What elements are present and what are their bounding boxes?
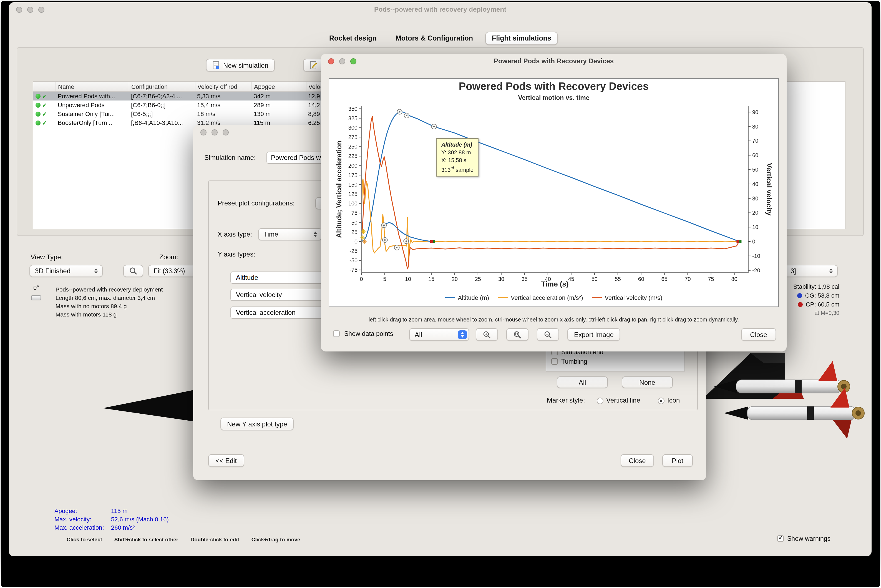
cell-velocity-off-rod[interactable]: 5,33 m/s — [195, 92, 252, 100]
tab-flight-simulations[interactable]: Flight simulations — [485, 32, 558, 45]
x-axis-type-select[interactable]: Time — [258, 228, 322, 240]
marker-vertical-line-radio[interactable] — [597, 398, 604, 404]
col-status — [33, 82, 55, 92]
rotation-slider[interactable] — [31, 296, 41, 300]
plot-window-title: Powered Pods with Recovery Devices — [321, 57, 787, 65]
svg-text:90: 90 — [752, 109, 758, 115]
new-simulation-button[interactable]: New simulation — [206, 59, 275, 72]
rocket-3d-view[interactable] — [702, 351, 868, 442]
mach-note: at M=0,30 — [793, 310, 839, 316]
svg-text:0: 0 — [752, 238, 755, 244]
show-warnings-checkbox[interactable] — [777, 535, 784, 542]
zoom-window-button[interactable] — [38, 7, 44, 13]
close-window-button[interactable] — [201, 129, 207, 135]
chart-subtitle: Vertical motion vs. time — [329, 94, 778, 101]
pod-nose — [724, 406, 748, 420]
zoom-out-icon — [544, 331, 552, 338]
cell-apogee[interactable]: 289 m — [252, 100, 306, 110]
cell-velocity-off-rod[interactable]: 15,4 m/s — [195, 100, 252, 110]
zoom-reset-button[interactable] — [506, 328, 529, 341]
show-data-points-control: Show data points — [333, 330, 393, 337]
minimize-window-button[interactable] — [339, 58, 345, 64]
simulation-name-label: Simulation name: — [204, 154, 256, 162]
chevron-updown-icon — [91, 267, 100, 275]
edit-back-button[interactable]: << Edit — [208, 454, 244, 467]
svg-text:-25: -25 — [349, 248, 358, 254]
minimize-window-button[interactable] — [211, 129, 217, 135]
pod-tube — [747, 406, 856, 420]
y-axis-types-label: Y axis types: — [217, 250, 255, 258]
view-type-select[interactable]: 3D Finished — [29, 265, 103, 277]
zoom-label: Zoom: — [159, 253, 178, 261]
stability-value: Stability: 1,98 cal — [793, 283, 839, 290]
zoom-window-button[interactable] — [350, 58, 357, 64]
svg-text:250: 250 — [348, 144, 358, 150]
zoom-window-button[interactable] — [223, 129, 229, 135]
cell-configuration[interactable]: [C6-7;B6-0;A3-4;... — [129, 92, 195, 100]
velocity-line-swatch — [592, 297, 602, 298]
view-type-label: View Type: — [30, 253, 63, 261]
svg-text:125: 125 — [348, 191, 358, 197]
tab-rocket-design[interactable]: Rocket design — [322, 32, 383, 45]
chart-panel[interactable]: 3503253002752502252001751501251007550250… — [329, 78, 779, 307]
svg-text:-10: -10 — [752, 253, 760, 259]
cell-apogee[interactable]: 130 m — [252, 110, 306, 118]
col-velocity-off-rod[interactable]: Velocity off rod — [195, 82, 252, 92]
rotation-value: 0° — [33, 284, 39, 291]
apogee-stat: Apogee:115 m — [54, 507, 128, 514]
svg-text:20: 20 — [752, 210, 758, 216]
sim-check-icon: ✓ — [42, 93, 47, 99]
col-configuration[interactable]: Configuration — [129, 82, 195, 92]
cell-name[interactable]: Unpowered Pods — [55, 100, 129, 110]
col-name[interactable]: Name — [55, 82, 129, 92]
zoom-out-button[interactable] — [537, 328, 559, 341]
select-all-events-button[interactable]: All — [557, 376, 608, 388]
show-data-points-checkbox[interactable] — [333, 330, 340, 337]
svg-text:30: 30 — [752, 195, 758, 201]
altitude-line-swatch — [445, 297, 455, 298]
minimize-window-button[interactable] — [27, 7, 33, 13]
plot-button[interactable]: Plot — [662, 454, 693, 467]
event-tumbling[interactable]: Tumbling — [551, 358, 587, 365]
cell-configuration[interactable]: [C6-7;B6-0;;] — [129, 100, 195, 110]
close-dialog-button[interactable]: Close — [621, 454, 654, 467]
svg-text:-20: -20 — [752, 267, 760, 273]
cell-name[interactable]: Powered Pods with... — [55, 92, 129, 100]
cell-apogee[interactable]: 342 m — [252, 92, 306, 100]
zoom-in-button[interactable] — [476, 328, 498, 341]
cell-configuration[interactable]: [;B6-4;A10-3;A10... — [129, 118, 195, 127]
new-y-axis-plot-type-button[interactable]: New Y axis plot type — [220, 417, 294, 430]
chart-legend: Altitude (m) Vertical acceleration (m/s²… — [329, 294, 778, 301]
dialog-window-controls — [328, 58, 357, 64]
col-apogee[interactable]: Apogee — [252, 82, 306, 92]
cell-configuration[interactable]: [C6-5;;;] — [129, 110, 195, 118]
zoom-in-icon — [483, 331, 491, 338]
svg-text:-75: -75 — [349, 267, 358, 273]
cell-name[interactable]: BoosterOnly [Turn ... — [55, 118, 129, 127]
window-controls — [16, 7, 44, 13]
cell-name[interactable]: Sustainer Only [Tur... — [55, 110, 129, 118]
marker-icon-radio[interactable] — [658, 398, 664, 404]
export-image-button[interactable]: Export Image — [567, 328, 620, 341]
plot-area[interactable]: 3503253002752502252001751501251007550250… — [329, 79, 779, 308]
branch-select[interactable]: All — [409, 328, 469, 341]
close-window-button[interactable] — [16, 7, 22, 13]
magnifier-icon — [129, 267, 137, 275]
show-data-points-label: Show data points — [344, 330, 393, 337]
close-plot-button[interactable]: Close — [741, 328, 776, 341]
sim-ok-status-icon — [36, 103, 40, 108]
rocket-nose-render[interactable] — [103, 387, 206, 423]
event-checkbox[interactable] — [551, 358, 558, 365]
close-window-button[interactable] — [328, 58, 334, 64]
svg-text:175: 175 — [348, 172, 358, 178]
svg-text:25: 25 — [351, 229, 358, 235]
chevron-updown-icon — [827, 267, 836, 275]
zoom-to-fit-button[interactable] — [123, 265, 143, 277]
select-none-events-button[interactable]: None — [622, 376, 673, 388]
chevron-updown-icon — [458, 330, 467, 339]
tab-motors-configuration[interactable]: Motors & Configuration — [389, 32, 479, 45]
cell-velocity-off-rod[interactable]: 18 m/s — [195, 110, 252, 118]
cp-row: CP: 60,5 cm — [793, 301, 839, 308]
window-title: Pods--powered with recovery deployment — [9, 6, 872, 14]
svg-text:40: 40 — [752, 181, 758, 187]
